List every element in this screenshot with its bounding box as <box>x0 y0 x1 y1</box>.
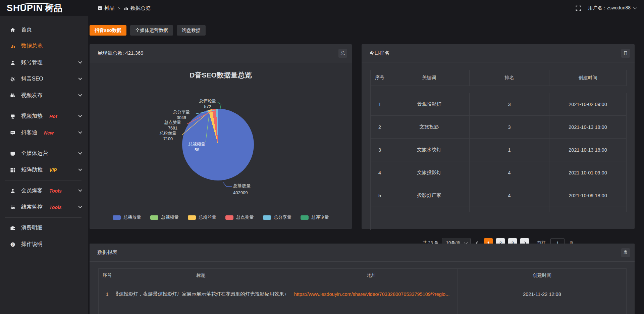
legend-swatch <box>113 215 121 220</box>
table-cell-clipped <box>371 207 389 212</box>
sidebar-divider <box>5 180 82 180</box>
sidebar: 首页 数据总览 账号管理 抖音SEO 视频发布 视频加热 Hot <box>0 16 88 314</box>
chevron-down-icon <box>78 188 82 192</box>
total-view-button[interactable]: 总 <box>338 49 347 58</box>
sidebar-item-consumption[interactable]: 消费明细 <box>0 220 88 236</box>
column-header: 关键词 <box>389 70 470 86</box>
sidebar-item-label: 线索监控 <box>21 204 43 211</box>
screen-icon <box>9 114 16 119</box>
sidebar-item-label: 矩阵助推 <box>21 166 43 173</box>
data-tabs: 抖音seo数据 全媒体运营数据 询盘数据 <box>90 25 644 36</box>
pie-label-name: 总粉丝量 <box>148 130 188 136</box>
sidebar-item-douyin-seo[interactable]: 抖音SEO <box>0 71 88 87</box>
sidebar-item-label: 视频发布 <box>21 92 43 99</box>
table-cell-clipped <box>389 207 470 212</box>
table-cell: 2 <box>371 116 389 139</box>
sidebar-item-media-operation[interactable]: 全媒体运营 <box>0 145 88 162</box>
pie-label-name: 总视频量 <box>177 142 217 147</box>
pie-label-name: 总点赞量 <box>153 120 193 125</box>
user-menu[interactable]: 用户名：zswodun88 <box>588 5 636 11</box>
fullscreen-icon[interactable] <box>576 5 581 11</box>
bar-chart-icon <box>9 44 16 49</box>
sidebar-item-matrix-boost[interactable]: 矩阵助推 VIP <box>0 162 88 178</box>
sliders-icon <box>9 205 16 210</box>
wallet-icon <box>9 225 16 231</box>
breadcrumb-root[interactable]: 树品 <box>98 5 114 11</box>
sidebar-item-account[interactable]: 账号管理 <box>0 54 88 71</box>
person-icon <box>9 188 16 194</box>
sidebar-item-data-overview[interactable]: 数据总览 <box>0 38 88 54</box>
badge-tools: Tools <box>49 188 62 194</box>
table-cell: 文旅投影灯 <box>389 161 470 184</box>
legend-swatch <box>150 215 158 220</box>
report-title-cell: 景观投影灯，夜游景观投影灯厂家展示展示落花灯在花园里的灯光投影应用效果 # <box>116 282 286 306</box>
chevron-down-icon <box>78 113 82 117</box>
badge-new: New <box>44 130 54 136</box>
chevron-down-icon <box>78 167 82 171</box>
table-cell: 3 <box>470 93 549 116</box>
breadcrumb-root-label: 树品 <box>104 5 114 11</box>
tab-douyin-seo-data[interactable]: 抖音seo数据 <box>90 25 126 36</box>
legend-item-plays[interactable]: 总播放量 <box>113 214 141 220</box>
sidebar-item-home[interactable]: 首页 <box>0 21 88 38</box>
sidebar-item-label: 账号管理 <box>21 59 43 66</box>
ranking-panel: 今日排名 日 序号 关键词 排名 创建时间 1 景观投影灯 3 2021-10-… <box>362 44 635 229</box>
pie-leader-lines <box>90 62 352 228</box>
pie-label-value: 7100 <box>148 136 188 142</box>
column-header: 标题 <box>116 269 286 282</box>
sidebar-item-clue-monitor[interactable]: 线索监控 Tools <box>0 199 88 215</box>
report-panel-header: 数据报表 表 <box>90 244 635 262</box>
overview-panel-header: 展现量总数: 421,369 总 <box>90 44 352 62</box>
table-cell: 1 <box>470 139 549 161</box>
report-url-link[interactable]: https://www.iesdouyin.com/share/video/70… <box>286 282 458 306</box>
sidebar-item-label: 消费明细 <box>21 224 43 231</box>
tab-inquiry-data[interactable]: 询盘数据 <box>177 25 206 36</box>
pie-label-comments: 总评论量 572 <box>187 98 228 110</box>
tab-media-operation-data[interactable]: 全媒体运营数据 <box>130 25 173 36</box>
sidebar-divider <box>5 143 82 143</box>
legend-item-likes[interactable]: 总点赞量 <box>225 214 254 220</box>
sidebar-item-video-heat[interactable]: 视频加热 Hot <box>0 108 88 124</box>
legend-item-videos[interactable]: 总视频量 <box>150 214 179 220</box>
chat-icon <box>9 130 16 136</box>
gear-icon <box>9 76 16 82</box>
sidebar-item-doketong[interactable]: 抖客通 New <box>0 124 88 141</box>
pie-label-value: 402909 <box>233 189 277 196</box>
topbar-right: 用户名：zswodun88 <box>576 5 644 11</box>
chevron-down-icon <box>78 204 82 208</box>
legend-item-shares[interactable]: 总分享量 <box>263 214 291 220</box>
logo[interactable]: SHUPIN 树品 <box>0 2 88 14</box>
table-cell-clipped <box>116 306 286 314</box>
legend-label: 总评论量 <box>312 214 329 220</box>
legend-label: 总粉丝量 <box>199 214 216 220</box>
column-header: 序号 <box>99 269 116 282</box>
sidebar-item-label: 会员爆客 <box>21 187 43 194</box>
pie-label-value: 572 <box>187 104 228 110</box>
pie-label-name: 总播放量 <box>233 182 277 189</box>
ranking-table: 序号 关键词 排名 创建时间 1 景观投影灯 3 2021-10-02 09:0… <box>370 70 627 230</box>
table-cell: 1 <box>99 282 116 306</box>
legend-swatch <box>263 215 271 220</box>
sidebar-item-instructions[interactable]: ? 操作说明 <box>0 236 88 253</box>
table-cell: 文旅投影 <box>389 116 470 139</box>
table-view-button[interactable]: 表 <box>621 248 630 257</box>
pie-label-likes: 总点赞量 7681 <box>153 120 193 131</box>
table-cell-clipped <box>549 207 627 212</box>
main-content: 抖音seo数据 全媒体运营数据 询盘数据 展现量总数: 421,369 总 D音… <box>88 16 644 314</box>
chevron-down-icon <box>78 76 82 80</box>
legend-item-comments[interactable]: 总评论量 <box>301 214 329 220</box>
pie-label-shares: 总分享量 3049 <box>161 109 202 121</box>
legend-swatch <box>301 215 309 220</box>
pie-label-videos: 总视频量 58 <box>177 142 217 153</box>
sidebar-item-member-baoke[interactable]: 会员爆客 Tools <box>0 182 88 199</box>
day-view-button[interactable]: 日 <box>621 49 630 58</box>
legend-item-fans[interactable]: 总粉丝量 <box>188 214 216 220</box>
ranking-panel-header: 今日排名 日 <box>362 44 635 62</box>
breadcrumb-current[interactable]: 数据总览 <box>124 5 151 11</box>
pie-label-name: 总分享量 <box>161 109 202 115</box>
user-icon <box>9 60 16 65</box>
sidebar-item-label: 抖音SEO <box>21 75 43 83</box>
table-cell: 4 <box>470 184 549 207</box>
badge-vip: VIP <box>49 167 57 173</box>
sidebar-item-video-publish[interactable]: 视频发布 <box>0 87 88 104</box>
